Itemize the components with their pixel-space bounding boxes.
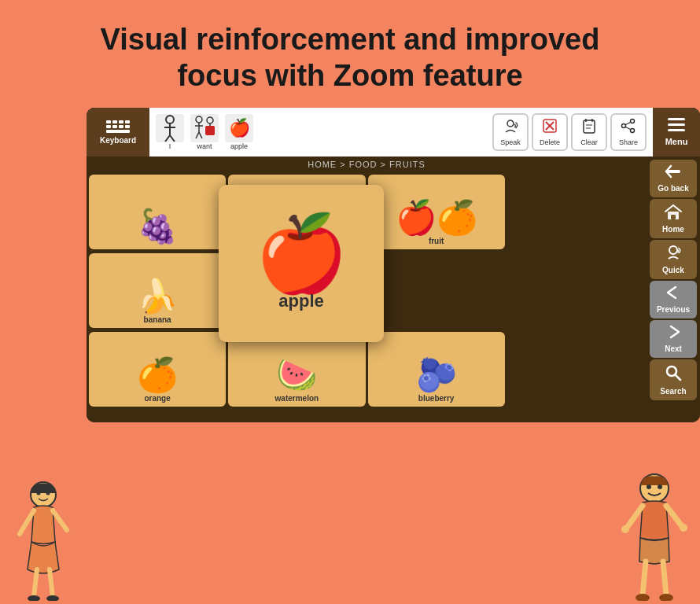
svg-point-41 (46, 492, 50, 495)
zoomed-apple-emoji: 🍎 (255, 216, 348, 291)
quick-label: Quick (662, 266, 684, 274)
delete-label: Delete (540, 138, 560, 146)
home-icon (665, 204, 682, 223)
search-label: Search (660, 387, 686, 396)
quick-icon (665, 245, 682, 264)
delete-button[interactable]: Delete (532, 113, 568, 151)
symbol-img-i (156, 114, 184, 142)
headline-line2: focus with Zoom feature (31, 58, 669, 94)
home-label: Home (662, 225, 684, 234)
clear-button[interactable]: Clear (571, 113, 607, 151)
share-label: Share (619, 138, 638, 146)
svg-point-38 (28, 595, 40, 601)
symbol-word-i: I (169, 142, 171, 150)
svg-point-50 (659, 594, 673, 601)
keyboard-label: Keyboard (100, 136, 136, 145)
svg-rect-10 (205, 126, 215, 135)
svg-point-52 (658, 484, 662, 489)
svg-line-47 (643, 562, 646, 595)
svg-line-43 (627, 506, 643, 528)
svg-point-30 (669, 246, 677, 254)
sentence-symbol-i[interactable]: I (156, 114, 184, 150)
blueberry-label: blueberry (418, 394, 455, 403)
right-sidebar: Go back Home (647, 157, 700, 422)
banana-emoji: 🍌 (137, 277, 178, 315)
speak-button[interactable]: Speak (492, 113, 529, 151)
keyboard-button[interactable]: Keyboard (87, 108, 149, 157)
zoomed-apple-label: apple (278, 291, 323, 311)
go-back-button[interactable]: Go back (650, 160, 697, 197)
list-item[interactable]: 🍊 orange (89, 332, 226, 407)
list-item[interactable]: 🍌 banana (89, 253, 226, 328)
orange-label: orange (144, 394, 170, 403)
search-button[interactable]: Search (650, 359, 697, 400)
svg-line-35 (53, 510, 67, 530)
grapes-emoji: 🍇 (137, 207, 178, 245)
banana-label: banana (144, 315, 171, 324)
zoomed-apple-cell[interactable]: 🍎 apple (219, 185, 384, 342)
go-back-label: Go back (658, 184, 688, 193)
sentence-symbol-want[interactable]: want (190, 114, 219, 150)
svg-line-8 (196, 132, 199, 138)
svg-line-48 (663, 562, 666, 595)
list-item[interactable]: 🍇 (89, 175, 226, 249)
keyboard-icon (106, 120, 130, 133)
symbol-word-apple: apple (230, 142, 248, 150)
sentence-bar: I want (149, 108, 486, 157)
blueberry-emoji: 🫐 (416, 355, 457, 394)
svg-point-0 (166, 116, 174, 123)
svg-point-24 (622, 124, 626, 128)
list-item[interactable]: 🫐 blueberry (368, 332, 505, 407)
quick-button[interactable]: Quick (650, 240, 697, 279)
svg-point-11 (207, 117, 213, 123)
top-bar: Keyboard I (87, 108, 700, 157)
share-button[interactable]: Share (610, 113, 647, 151)
fruit-label: fruit (429, 237, 444, 245)
svg-line-37 (50, 569, 53, 597)
list-item[interactable]: 🍎🍊 fruit (368, 175, 505, 249)
svg-line-32 (676, 375, 681, 381)
svg-rect-27 (666, 170, 680, 173)
menu-icon (668, 118, 685, 134)
svg-point-23 (631, 129, 635, 133)
svg-point-40 (37, 492, 41, 495)
clear-icon (581, 118, 597, 137)
main-area: HOME > FOOD > FRUITS 🍇 🍓 🍎🍊 fruit 🍌 (87, 157, 700, 422)
next-button[interactable]: Next (650, 320, 697, 358)
svg-point-45 (621, 525, 629, 533)
svg-point-22 (631, 120, 635, 123)
svg-line-3 (165, 135, 170, 142)
svg-point-49 (636, 594, 650, 601)
svg-point-39 (46, 595, 59, 601)
svg-point-33 (31, 482, 56, 507)
svg-line-44 (666, 506, 682, 526)
speak-label: Speak (500, 138, 521, 146)
next-label: Next (665, 344, 682, 353)
home-button[interactable]: Home (650, 199, 697, 238)
headline-line1: Visual reinforcement and improved (31, 22, 669, 58)
svg-rect-29 (671, 215, 676, 219)
svg-point-5 (196, 116, 202, 123)
sentence-symbol-apple[interactable]: 🍎 apple (225, 114, 253, 150)
svg-line-4 (170, 135, 175, 142)
deco-girl (12, 479, 75, 604)
fruit-emoji: 🍎🍊 (396, 198, 477, 237)
headline: Visual reinforcement and improved focus … (0, 0, 700, 108)
svg-rect-17 (584, 120, 595, 133)
clear-label: Clear (580, 138, 598, 146)
menu-button[interactable]: Menu (653, 108, 700, 157)
action-buttons: Speak Delete (486, 108, 653, 157)
list-item[interactable]: 🍉 watermelon (228, 332, 365, 407)
svg-line-9 (199, 132, 202, 138)
watermelon-emoji: 🍉 (276, 355, 317, 394)
deco-boy (617, 471, 692, 604)
svg-point-46 (680, 524, 687, 532)
go-back-icon (665, 164, 682, 182)
symbol-img-want (190, 114, 219, 142)
speak-icon (503, 118, 518, 137)
decorative-container (0, 470, 700, 604)
previous-button[interactable]: Previous (650, 281, 697, 319)
symbol-word-want: want (197, 142, 212, 150)
search-icon (665, 364, 682, 385)
orange-emoji: 🍊 (137, 355, 178, 394)
